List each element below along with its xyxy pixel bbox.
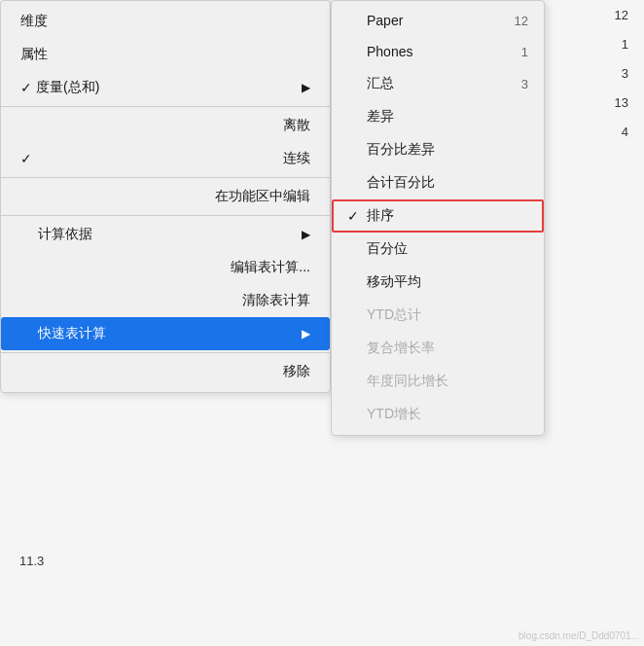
menu-item-continuous-label: 连续 [283, 150, 310, 167]
submenu-item-percentile-label: 百分位 [367, 240, 408, 258]
arrow-icon-compute-by: ▶ [302, 228, 310, 241]
separator-4 [1, 352, 330, 353]
menu-item-remove-label: 移除 [283, 363, 310, 380]
menu-item-clear-table-calc-label: 清除表计算 [242, 292, 310, 309]
submenu-item-summary[interactable]: 汇总 3 [332, 67, 544, 100]
submenu-item-yoy-growth-label: 年度同比增长 [367, 373, 448, 390]
menu-item-dimension-label: 维度 [20, 13, 48, 30]
submenu-item-percentile[interactable]: 百分位 [332, 233, 544, 266]
right-submenu: Paper 12 Phones 1 汇总 3 差异 百分比差异 合计百分比 ✓ … [331, 0, 545, 436]
menu-item-continuous[interactable]: ✓ 连续 [1, 142, 330, 175]
submenu-item-summary-count: 3 [521, 77, 528, 91]
check-icon-continuous: ✓ [20, 151, 32, 166]
submenu-item-moving-avg-label: 移动平均 [367, 273, 421, 291]
submenu-item-diff[interactable]: 差异 [332, 100, 544, 133]
bg-num-2: 1 [609, 29, 634, 58]
menu-item-compute-by[interactable]: 计算依据 ▶ [1, 218, 330, 251]
menu-item-discrete-label: 离散 [283, 117, 310, 134]
watermark: blog.csdn.me/D_Ddd0701... [519, 630, 639, 641]
check-icon-rank: ✓ [347, 208, 363, 224]
submenu-item-phones-label: Phones [367, 44, 412, 59]
menu-item-measure[interactable]: ✓ 度量(总和) ▶ [1, 71, 330, 104]
bg-num-4: 13 [609, 88, 634, 117]
separator-1 [1, 106, 330, 107]
submenu-item-ytd-growth-label: YTD增长 [367, 406, 421, 423]
submenu-item-compound-growth: 复合增长率 [332, 332, 544, 365]
menu-item-edit-in-shelf[interactable]: 在功能区中编辑 [1, 180, 330, 213]
left-context-menu: 维度 属性 ✓ 度量(总和) ▶ 离散 ✓ 连续 在功能区中编辑 计算依据 ▶ … [0, 0, 331, 393]
submenu-item-paper[interactable]: Paper 12 [332, 5, 544, 36]
arrow-icon-quick-table-calc: ▶ [302, 327, 310, 341]
submenu-item-ytd-growth: YTD增长 [332, 398, 544, 431]
bottom-number: 11.3 [19, 554, 44, 568]
menu-item-quick-table-calc[interactable]: 快速表计算 ▶ [1, 317, 330, 350]
menu-item-dimension[interactable]: 维度 [1, 5, 330, 38]
submenu-item-yoy-growth: 年度同比增长 [332, 365, 544, 398]
submenu-item-summary-label: 汇总 [367, 75, 394, 92]
submenu-item-paper-label: Paper [367, 13, 403, 28]
menu-item-edit-in-shelf-label: 在功能区中编辑 [215, 188, 310, 205]
menu-item-edit-table-calc-label: 编辑表计算... [231, 259, 310, 276]
background-numbers: 12 1 3 13 4 [609, 0, 634, 146]
bg-num-5: 4 [609, 117, 634, 146]
submenu-item-rank[interactable]: ✓ 排序 [332, 199, 544, 233]
arrow-icon-measure: ▶ [302, 81, 310, 94]
submenu-item-pct-diff-label: 百分比差异 [367, 141, 435, 159]
submenu-item-diff-label: 差异 [367, 108, 394, 126]
menu-item-clear-table-calc[interactable]: 清除表计算 [1, 284, 330, 317]
separator-2 [1, 177, 330, 178]
submenu-item-pct-total-label: 合计百分比 [367, 174, 435, 192]
menu-item-discrete[interactable]: 离散 [1, 109, 330, 142]
bg-num-3: 3 [609, 58, 634, 88]
submenu-item-paper-count: 12 [515, 14, 528, 28]
submenu-item-phones-count: 1 [521, 45, 528, 59]
menu-item-attribute-label: 属性 [20, 46, 48, 63]
menu-item-remove[interactable]: 移除 [1, 355, 330, 388]
submenu-item-phones[interactable]: Phones 1 [332, 36, 544, 67]
menu-item-attribute[interactable]: 属性 [1, 38, 330, 71]
menu-item-quick-table-calc-label: 快速表计算 [38, 325, 106, 342]
menu-item-measure-label: 度量(总和) [36, 79, 99, 96]
separator-3 [1, 215, 330, 216]
menu-item-compute-by-label: 计算依据 [38, 226, 92, 243]
submenu-item-moving-avg[interactable]: 移动平均 [332, 266, 544, 299]
submenu-item-pct-total[interactable]: 合计百分比 [332, 166, 544, 199]
submenu-item-ytd-total: YTD总计 [332, 299, 544, 332]
bg-num-1: 12 [609, 0, 634, 29]
menu-item-edit-table-calc[interactable]: 编辑表计算... [1, 251, 330, 284]
submenu-item-ytd-total-label: YTD总计 [367, 306, 421, 324]
submenu-item-pct-diff[interactable]: 百分比差异 [332, 133, 544, 166]
check-icon-measure: ✓ [20, 80, 32, 95]
submenu-item-rank-label: 排序 [367, 207, 394, 225]
submenu-item-compound-growth-label: 复合增长率 [367, 340, 435, 357]
